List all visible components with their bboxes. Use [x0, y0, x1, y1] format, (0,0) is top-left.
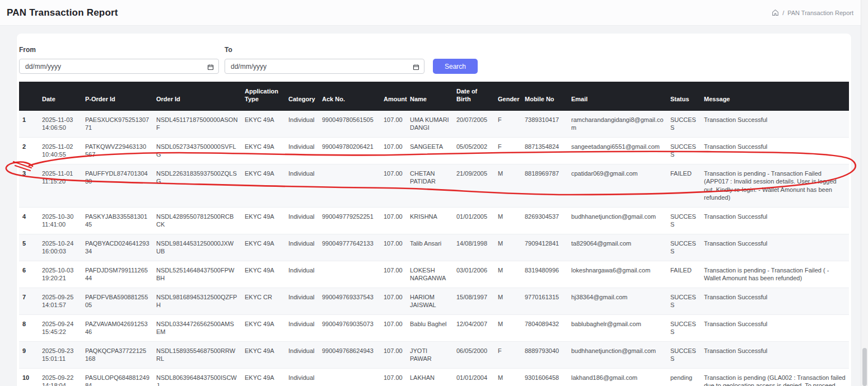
cell-category: Individual: [285, 288, 319, 314]
table-body: 1 2025-11-03 14:06:50 PAESXUCK9752513077…: [19, 111, 849, 386]
cell-amount: 107.00: [380, 137, 407, 164]
col-header-order-id: Order Id: [153, 82, 241, 111]
cell-gender: M: [494, 288, 521, 314]
cell-gender: F: [494, 137, 521, 164]
breadcrumb-separator: /: [782, 10, 784, 16]
cell-date: 2025-10-24 16:00:03: [39, 234, 82, 261]
cell-amount: 107.00: [380, 164, 407, 207]
cell-mobile: 7909412841: [521, 234, 568, 261]
search-button[interactable]: Search: [433, 59, 478, 74]
cell-mobile: 8269304537: [521, 207, 568, 234]
home-icon[interactable]: [772, 9, 779, 16]
cell-amount: 107.00: [380, 368, 407, 386]
cell-application-type: EKYC 49A: [241, 261, 285, 288]
cell-amount: 107.00: [380, 234, 407, 261]
table-row: 8 2025-09-24 15:45:22 PAZVAVAM0426912534…: [19, 314, 849, 341]
cell-application-type: EKYC 49A: [241, 341, 285, 368]
from-date-input[interactable]: [19, 59, 219, 74]
cell-ack-no: 990049779252251: [319, 207, 380, 234]
cell-status: FAILED: [667, 164, 701, 207]
cell-category: Individual: [285, 314, 319, 341]
table-row: 10 2025-09-22 14:18:04 PASULOPQ684881249…: [19, 368, 849, 386]
to-date-input[interactable]: [225, 59, 424, 74]
cell-category: Individual: [285, 341, 319, 368]
cell-p-order-id: PASKYJAB33558130145: [82, 207, 153, 234]
cell-mobile: 8818969787: [521, 164, 568, 207]
cell-name: LOKESH NARGANWA: [407, 261, 453, 288]
col-header-date: Date: [39, 82, 82, 111]
cell-name: JYOTI PAWAR: [407, 341, 453, 368]
cell-amount: 107.00: [380, 341, 407, 368]
col-header-ack-no: Ack No.: [319, 82, 380, 111]
cell-ack-no: 990049768624943: [319, 341, 380, 368]
cell-message: Transaction is pending (GLA002 : Transac…: [701, 368, 849, 386]
cell-gender: M: [494, 234, 521, 261]
cell-sno: 4: [19, 207, 39, 234]
cell-dob: 21/09/2005: [453, 164, 494, 207]
breadcrumb-current[interactable]: PAN Transaction Report: [787, 10, 853, 16]
cell-p-order-id: PAFDFVBA59088125505: [82, 288, 153, 314]
table-header: Date P-Order Id Order Id Application Typ…: [19, 82, 849, 111]
cell-p-order-id: PAFDJDSM79911126544: [82, 261, 153, 288]
cell-date: 2025-09-22 14:18:04: [39, 368, 82, 386]
to-label: To: [225, 46, 424, 54]
cell-sno: 8: [19, 314, 39, 341]
cell-ack-no: 990049780206421: [319, 137, 380, 164]
cell-gender: M: [494, 314, 521, 341]
cell-p-order-id: PAQKQCPA37722125168: [82, 341, 153, 368]
col-header-name: Name: [407, 82, 453, 111]
cell-mobile: 8871354824: [521, 137, 568, 164]
cell-order-id: NSDL80639648437500ISCWJ: [153, 368, 241, 386]
cell-dob: 01/01/2005: [453, 207, 494, 234]
cell-email: hj38364@gmail.com: [568, 288, 667, 314]
cell-application-type: EKYC 49A: [241, 207, 285, 234]
scrollbar-thumb[interactable]: [862, 348, 867, 386]
cell-category: Individual: [285, 234, 319, 261]
cell-category: Individual: [285, 137, 319, 164]
cell-mobile: 7389310417: [521, 111, 568, 138]
cell-p-order-id: PAESXUCK97525130771: [82, 111, 153, 138]
cell-sno: 5: [19, 234, 39, 261]
cell-sno: 6: [19, 261, 39, 288]
cell-application-type: EKYC 49A: [241, 111, 285, 138]
cell-ack-no: 990049769337543: [319, 288, 380, 314]
cell-gender: M: [494, 368, 521, 386]
cell-date: 2025-10-30 11:41:00: [39, 207, 82, 234]
cell-application-type: EKYC CR: [241, 288, 285, 314]
cell-amount: 107.00: [380, 314, 407, 341]
cell-dob: 12/04/2007: [453, 314, 494, 341]
cell-sno: 10: [19, 368, 39, 386]
cell-message: Transaction is pending - Transaction Fai…: [701, 261, 849, 288]
cell-dob: 20/07/2005: [453, 111, 494, 138]
cell-dob: 03/01/2006: [453, 261, 494, 288]
cell-status: SUCCESS: [667, 288, 701, 314]
scrollbar[interactable]: [861, 0, 868, 386]
cell-p-order-id: PAZVAVAM04269125346: [82, 314, 153, 341]
cell-sno: 1: [19, 111, 39, 138]
cell-dob: 15/08/1997: [453, 288, 494, 314]
date-filter-bar: From To: [19, 46, 849, 82]
cell-name: LAKHAN: [407, 368, 453, 386]
cell-sno: 2: [19, 137, 39, 164]
cell-gender: M: [494, 261, 521, 288]
table-row: 5 2025-10-24 16:00:03 PAQBYACD0246412933…: [19, 234, 849, 261]
cell-mobile: 9301606458: [521, 368, 568, 386]
cell-dob: 14/08/1998: [453, 234, 494, 261]
col-header-gender: Gender: [494, 82, 521, 111]
cell-ack-no: [319, 164, 380, 207]
col-header-category: Category: [285, 82, 319, 111]
cell-email: lakhand186@gmail.com: [568, 368, 667, 386]
cell-application-type: EKYC 49A: [241, 234, 285, 261]
cell-gender: F: [494, 341, 521, 368]
cell-amount: 107.00: [380, 207, 407, 234]
table-row: 2 2025-11-02 10:40:55 PATKQWVZ2946313056…: [19, 137, 849, 164]
cell-name: Bablu Baghel: [407, 314, 453, 341]
cell-status: SUCCESS: [667, 234, 701, 261]
table-row: 1 2025-11-03 14:06:50 PAESXUCK9752513077…: [19, 111, 849, 138]
cell-dob: 06/05/2000: [453, 341, 494, 368]
table-row: 3 2025-11-01 11:15:20 PAUFFYDL8747013043…: [19, 164, 849, 207]
cell-dob: 05/05/2002: [453, 137, 494, 164]
col-header-amount: Amount: [380, 82, 407, 111]
cell-gender: M: [494, 207, 521, 234]
cell-gender: F: [494, 111, 521, 138]
